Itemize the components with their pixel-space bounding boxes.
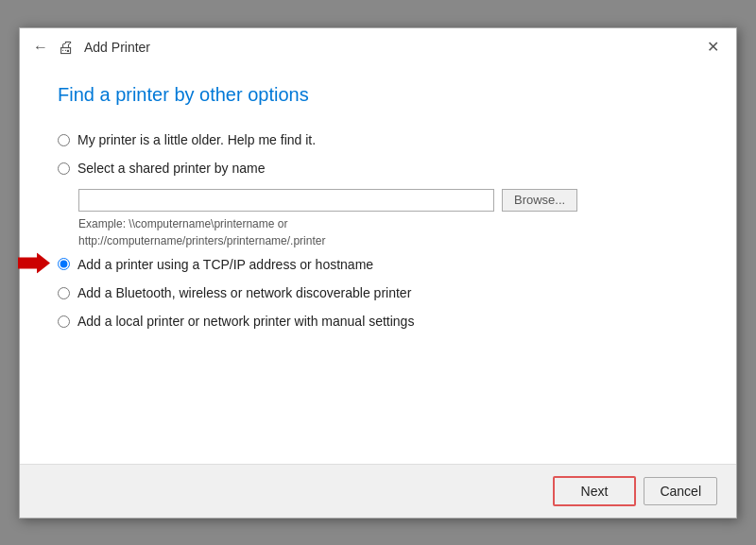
dialog-title: Add Printer [84, 40, 150, 55]
svg-marker-0 [18, 252, 50, 273]
dialog-footer: Next Cancel [20, 464, 736, 518]
dialog-content: Find a printer by other options My print… [20, 65, 736, 464]
label-local-printer[interactable]: Add a local printer or network printer w… [77, 314, 414, 329]
cancel-button[interactable]: Cancel [644, 477, 717, 505]
radio-older-printer[interactable] [58, 134, 70, 146]
close-button[interactable]: ✕ [703, 38, 723, 57]
option-older-printer: My printer is a little older. Help me fi… [58, 132, 698, 147]
radio-shared-printer[interactable] [58, 162, 70, 175]
label-older-printer[interactable]: My printer is a little older. Help me fi… [77, 132, 316, 147]
shared-printer-section: Browse... Example: \\computername\printe… [78, 189, 698, 249]
radio-tcpip[interactable] [58, 258, 70, 270]
printer-icon: 🖨 [58, 38, 75, 58]
label-tcpip[interactable]: Add a printer using a TCP/IP address or … [77, 257, 373, 272]
next-button[interactable]: Next [553, 476, 637, 506]
back-button[interactable]: ← [33, 39, 48, 56]
option-shared-printer: Select a shared printer by name [58, 161, 698, 176]
shared-printer-input[interactable] [78, 189, 494, 212]
title-bar: ← 🖨 Add Printer ✕ [20, 28, 736, 65]
add-printer-dialog: ← 🖨 Add Printer ✕ Find a printer by othe… [19, 27, 737, 519]
label-bluetooth[interactable]: Add a Bluetooth, wireless or network dis… [77, 285, 411, 300]
radio-local-printer[interactable] [58, 315, 70, 328]
option-bluetooth: Add a Bluetooth, wireless or network dis… [58, 285, 698, 300]
page-title: Find a printer by other options [58, 84, 698, 106]
title-bar-left: ← 🖨 Add Printer [33, 38, 150, 58]
red-arrow-indicator [18, 252, 50, 276]
radio-bluetooth[interactable] [58, 287, 70, 299]
browse-button[interactable]: Browse... [502, 189, 577, 212]
option-tcpip-row: Add a printer using a TCP/IP address or … [58, 257, 698, 272]
option-local-printer: Add a local printer or network printer w… [58, 314, 698, 329]
shared-printer-input-row: Browse... [78, 189, 698, 212]
label-shared-printer[interactable]: Select a shared printer by name [77, 161, 265, 176]
example-text: Example: \\computername\printername orht… [78, 215, 698, 249]
